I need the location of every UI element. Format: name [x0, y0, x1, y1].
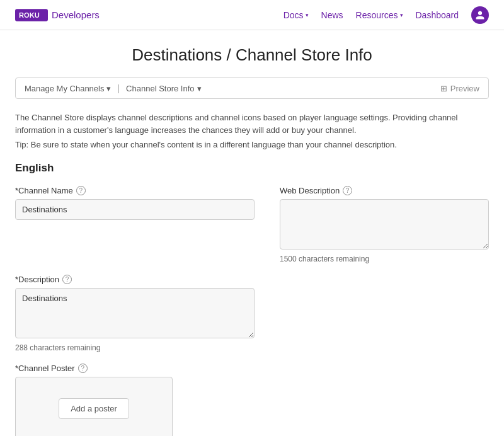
add-poster-button[interactable]: Add a poster	[59, 398, 129, 419]
section-heading: English	[15, 162, 489, 175]
form-row-poster: *Channel Poster ? Add a poster	[15, 364, 489, 436]
manage-chevron-icon: ▾	[106, 84, 111, 93]
col-description: *Description ? Destinations 288 characte…	[15, 275, 255, 352]
web-description-label: Web Description ?	[280, 186, 489, 195]
channel-poster-label: *Channel Poster ?	[15, 364, 255, 373]
info-text: The Channel Store displays channel descr…	[15, 112, 489, 136]
col-right-empty	[280, 275, 489, 352]
col-channel-name: *Channel Name ?	[15, 186, 255, 263]
channel-name-input[interactable]	[15, 199, 255, 220]
header: ROKU Developers Docs ▾ News Resources ▾ …	[0, 0, 504, 30]
channelstore-chevron-icon: ▾	[197, 84, 202, 93]
description-textarea[interactable]: Destinations	[15, 288, 255, 338]
brand-label: Developers	[52, 9, 100, 20]
page-title: Destinations / Channel Store Info	[0, 45, 504, 65]
svg-text:ROKU: ROKU	[19, 11, 40, 19]
page-title-area: Destinations / Channel Store Info	[0, 30, 504, 77]
roku-logo: ROKU Developers	[15, 9, 100, 21]
col-poster-right-empty	[280, 364, 489, 436]
roku-logo-icon: ROKU	[15, 9, 48, 21]
col-web-description: Web Description ? 1500 characters remain…	[280, 186, 489, 263]
form-row-description: *Description ? Destinations 288 characte…	[15, 275, 489, 352]
docs-chevron-icon: ▾	[306, 12, 309, 18]
nav-news[interactable]: News	[321, 10, 343, 20]
description-help-icon[interactable]: ?	[62, 275, 72, 284]
description-chars-remaining: 288 characters remaining	[15, 343, 255, 352]
poster-drop-area: Add a poster	[15, 377, 173, 436]
channel-name-help-icon[interactable]: ?	[76, 186, 86, 195]
breadcrumb-separator: |	[117, 83, 120, 93]
main-content: The Channel Store displays channel descr…	[0, 112, 504, 436]
web-description-textarea[interactable]	[280, 199, 489, 250]
col-channel-poster: *Channel Poster ? Add a poster	[15, 364, 255, 436]
form-row-name-webdesc: *Channel Name ? Web Description ? 1500 c…	[15, 186, 489, 263]
user-icon	[475, 10, 485, 20]
header-nav: Docs ▾ News Resources ▾ Dashboard	[284, 6, 489, 24]
channel-name-label: *Channel Name ?	[15, 186, 255, 195]
channel-poster-help-icon[interactable]: ?	[78, 364, 88, 373]
web-desc-chars-remaining: 1500 characters remaining	[280, 255, 489, 263]
preview-button[interactable]: ⊞ Preview	[440, 84, 479, 93]
description-label: *Description ?	[15, 275, 255, 284]
breadcrumb-bar: Manage My Channels ▾ | Channel Store Inf…	[15, 77, 489, 99]
web-description-help-icon[interactable]: ?	[343, 186, 352, 195]
breadcrumb-item-channelstore[interactable]: Channel Store Info ▾	[126, 84, 201, 93]
resources-chevron-icon: ▾	[400, 12, 403, 18]
breadcrumb-item-manage[interactable]: Manage My Channels ▾	[25, 84, 111, 93]
nav-dashboard[interactable]: Dashboard	[416, 10, 459, 20]
nav-resources[interactable]: Resources ▾	[356, 10, 403, 20]
header-left: ROKU Developers	[15, 9, 100, 21]
nav-docs[interactable]: Docs ▾	[284, 10, 309, 20]
avatar[interactable]	[471, 6, 489, 24]
monitor-icon: ⊞	[440, 84, 447, 93]
breadcrumb-left: Manage My Channels ▾ | Channel Store Inf…	[25, 83, 202, 93]
tip-text: Tip: Be sure to state when your channel'…	[15, 140, 489, 149]
